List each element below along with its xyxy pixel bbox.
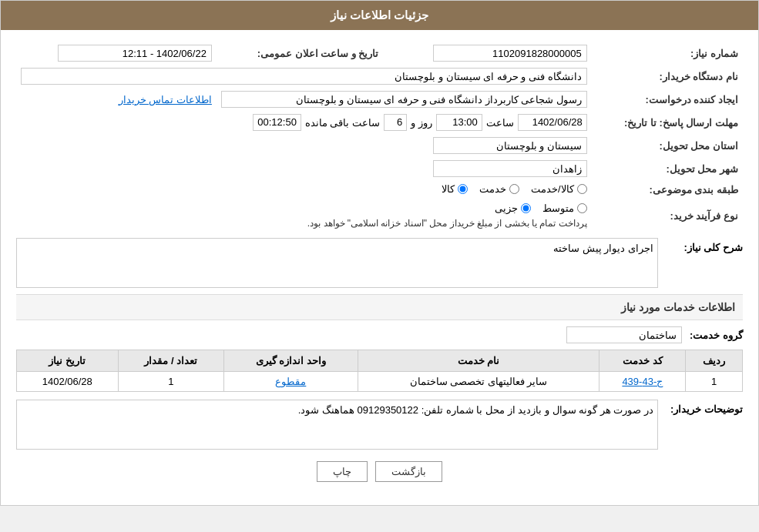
cell-date: 1402/06/28 [17,372,119,392]
purchase-type-note: پرداخت تمام یا بخشی از مبلغ خریداز محل "… [21,218,587,229]
province-label: استان محل تحویل: [592,134,743,157]
deadline-values: 1402/06/28 ساعت 13:00 روز و 6 ساعت باقی … [16,111,592,134]
main-container: جزئیات اطلاعات نیاز شماره نیاز: 11020918… [0,0,759,506]
deadline-remaining-field: 00:12:50 [253,114,301,131]
cell-code: ج-43-439 [599,372,686,392]
content-area: شماره نیاز: 1102091828000005 تاریخ و ساع… [1,30,758,505]
col-header-date: تاریخ نیاز [17,350,119,372]
purchase-type-option-mutavasset[interactable]: متوسط [542,202,587,214]
category-radio-kala[interactable] [458,184,468,194]
print-button[interactable]: چاپ [317,461,368,482]
category-label-kala: کالا [442,183,455,195]
buyer-desc-wrapper: در صورت هر گونه سوال و بازدید از محل با … [16,400,658,450]
cell-qty: 1 [118,372,224,392]
city-label: شهر محل تحویل: [592,157,743,180]
table-row: 1 ج-43-439 سایر فعالیتهای تخصصی ساختمان … [17,372,743,392]
deadline-flex: 1402/06/28 ساعت 13:00 روز و 6 ساعت باقی … [21,114,587,131]
category-option-kala[interactable]: کالا [442,183,468,195]
purchase-type-option-jozi[interactable]: جزیی [495,202,531,214]
back-button[interactable]: بازگشت [375,461,442,482]
deadline-time-label: ساعت [486,117,514,129]
services-table: ردیف کد خدمت نام خدمت واحد اندازه گیری ت… [16,350,743,392]
category-radio-khedmat[interactable] [509,184,519,194]
col-header-unit: واحد اندازه گیری [224,350,358,372]
col-header-code: کد خدمت [599,350,686,372]
deadline-time-field: 13:00 [436,114,482,131]
purchase-type-label: نوع فرآیند خرید: [592,199,743,232]
category-label-khedmat: خدمت [479,183,506,195]
need-description-wrapper: اجرای دیوار پیش ساخته [16,238,658,288]
deadline-remaining-label: ساعت باقی مانده [305,117,380,129]
category-row: طبقه بندی موضوعی: کالا/خدمت خدمت [16,180,743,199]
deadline-row: مهلت ارسال پاسخ: تا تاریخ: 1402/06/28 سا… [16,111,743,134]
button-row: بازگشت چاپ [16,461,743,494]
creator-label: ایجاد کننده درخواست: [592,88,743,111]
purchase-type-options: متوسط جزیی پرداخت تمام یا بخشی از مبلغ خ… [16,199,592,232]
city-value: زاهدان [16,157,592,180]
purchase-type-label-mutavasset: متوسط [542,202,574,214]
buyer-org-field: دانشگاه فنی و حرفه ای سیستان و بلوچستان [21,68,587,85]
province-row: استان محل تحویل: سیستان و بلوچستان [16,134,743,157]
need-description-section: شرح کلی نیاز: اجرای دیوار پیش ساخته [16,238,743,288]
category-radio-kala-khedmat[interactable] [577,184,587,194]
service-group-field: ساختمان [566,326,682,343]
need-number-label: شماره نیاز: [592,42,743,65]
col-header-qty: تعداد / مقدار [118,350,224,372]
need-number-row: شماره نیاز: 1102091828000005 تاریخ و ساع… [16,42,743,65]
purchase-type-radio-mutavasset[interactable] [577,203,587,213]
deadline-days-label: روز و [411,117,432,129]
creator-row: ایجاد کننده درخواست: رسول شجاعی کاربرداز… [16,88,743,111]
category-label: طبقه بندی موضوعی: [592,180,743,199]
buyer-desc-section: توضیحات خریدار: در صورت هر گونه سوال و ب… [16,400,743,450]
services-table-head: ردیف کد خدمت نام خدمت واحد اندازه گیری ت… [17,350,743,372]
need-number-value: 1102091828000005 [383,42,591,65]
category-label-kala-khedmat: کالا/خدمت [531,183,574,195]
announcement-label: تاریخ و ساعت اعلان عمومی: [217,42,384,65]
cell-unit: مقطوع [224,372,358,392]
purchase-type-radio-jozi[interactable] [521,203,531,213]
page-header: جزئیات اطلاعات نیاز [1,1,758,30]
category-option-kala-khedmat[interactable]: کالا/خدمت [531,183,587,195]
category-option-khedmat[interactable]: خدمت [479,183,519,195]
city-field: زاهدان [433,160,587,177]
contact-link[interactable]: اطلاعات تماس خریدار [119,94,212,105]
need-description-area: اجرای دیوار پیش ساخته [16,238,658,288]
services-section-header: اطلاعات خدمات مورد نیاز [16,294,743,320]
need-description-label: شرح کلی نیاز: [666,238,743,253]
buyer-desc-value: در صورت هر گونه سوال و بازدید از محل با … [21,404,653,416]
announcement-field: 1402/06/22 - 12:11 [58,45,212,62]
need-description-value: اجرای دیوار پیش ساخته [21,243,653,254]
cell-name: سایر فعالیتهای تخصصی ساختمان [358,372,599,392]
purchase-type-radio-group: متوسط جزیی [495,202,587,214]
contact-link-cell[interactable]: اطلاعات تماس خریدار [16,88,217,111]
need-number-field: 1102091828000005 [433,45,587,62]
category-radio-group: کالا/خدمت خدمت کالا [442,183,587,195]
services-table-body: 1 ج-43-439 سایر فعالیتهای تخصصی ساختمان … [17,372,743,392]
creator-field: رسول شجاعی کاربرداز دانشگاه فنی و حرفه ا… [221,91,587,108]
announcement-value: 1402/06/22 - 12:11 [16,42,217,65]
service-group-row: گروه خدمت: ساختمان [16,326,743,343]
purchase-type-container: متوسط جزیی پرداخت تمام یا بخشی از مبلغ خ… [21,202,587,229]
services-table-header-row: ردیف کد خدمت نام خدمت واحد اندازه گیری ت… [17,350,743,372]
page-title: جزئیات اطلاعات نیاز [331,8,428,22]
province-field: سیستان و بلوچستان [433,137,587,154]
service-group-label: گروه خدمت: [690,330,743,341]
creator-value: رسول شجاعی کاربرداز دانشگاه فنی و حرفه ا… [217,88,592,111]
buyer-desc-area: در صورت هر گونه سوال و بازدید از محل با … [16,400,658,450]
info-section: شماره نیاز: 1102091828000005 تاریخ و ساع… [16,42,743,232]
service-unit-link[interactable]: مقطوع [275,376,306,387]
deadline-date-field: 1402/06/28 [518,114,587,131]
col-header-name: نام خدمت [358,350,599,372]
city-row: شهر محل تحویل: زاهدان [16,157,743,180]
purchase-type-row: نوع فرآیند خرید: متوسط جزیی [16,199,743,232]
deadline-label: مهلت ارسال پاسخ: تا تاریخ: [592,111,743,134]
province-value: سیستان و بلوچستان [16,134,592,157]
buyer-org-label: نام دستگاه خریدار: [592,65,743,88]
col-header-row: ردیف [686,350,743,372]
purchase-type-label-jozi: جزیی [495,202,518,214]
service-code-link[interactable]: ج-43-439 [622,376,663,387]
buyer-org-value: دانشگاه فنی و حرفه ای سیستان و بلوچستان [16,65,592,88]
buyer-org-row: نام دستگاه خریدار: دانشگاه فنی و حرفه ای… [16,65,743,88]
buyer-desc-label: توضیحات خریدار: [666,400,743,415]
category-options: کالا/خدمت خدمت کالا [16,180,592,199]
